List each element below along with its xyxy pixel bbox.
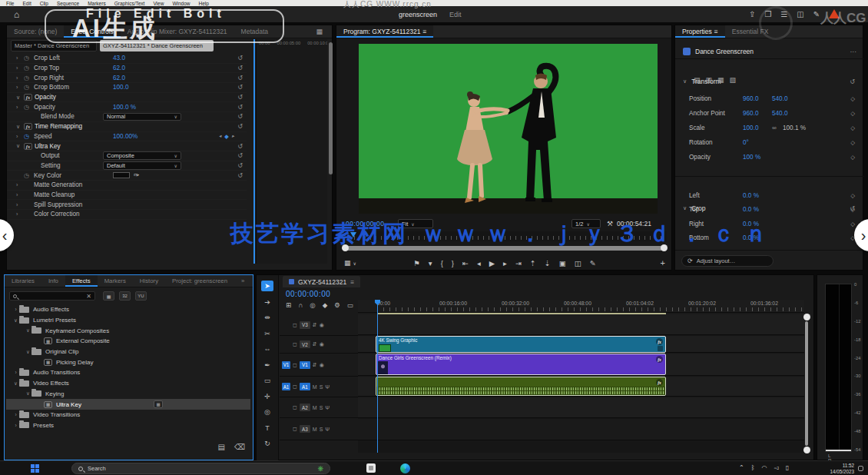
reset-icon[interactable]: ↺ xyxy=(237,123,243,130)
track-lane-a2[interactable] xyxy=(358,397,804,418)
razor-tool[interactable]: ✂ xyxy=(261,328,273,339)
timeline-settings-icon[interactable]: ⚙ xyxy=(334,301,340,309)
taskbar-clock[interactable]: 11:52 14/05/2023 xyxy=(814,463,854,474)
add-marker-icon[interactable]: ⚑ xyxy=(413,259,420,267)
property-value[interactable]: 62.0 xyxy=(113,65,125,71)
os-menu-item[interactable]: Window xyxy=(172,1,190,6)
reset-icon[interactable]: ↺ xyxy=(850,78,855,85)
panel-tab[interactable]: Project: greenscreen xyxy=(165,275,234,287)
os-menu-item[interactable]: View xyxy=(153,1,164,6)
align-left-icon[interactable]: ▤ xyxy=(694,76,701,84)
clip-v2-graphic[interactable]: 4K Swing Graphic fx xyxy=(376,336,666,353)
twirl-icon[interactable]: ∨ xyxy=(683,78,687,85)
effect-row[interactable]: › ◷ fx Crop Top 62.0 62.0∨ ✑ ◂◆▸ ↺ xyxy=(7,64,247,74)
solo-button[interactable]: S xyxy=(320,384,323,390)
volume-icon[interactable]: ◅ xyxy=(774,464,779,471)
nest-toggle-icon[interactable]: ⊞ xyxy=(286,301,291,309)
property-value-2[interactable]: 100.1 % xyxy=(783,125,813,131)
track-target-button[interactable]: V1 xyxy=(300,361,310,369)
rotate-tool[interactable]: ↻ xyxy=(261,438,273,449)
tree-row[interactable]: › ▦ Video Transitions ▦ xyxy=(6,410,250,420)
track-lock-icon[interactable]: ◻ xyxy=(293,322,297,328)
tree-row[interactable]: ∨ ▦ Video Effects ▦ xyxy=(6,378,250,389)
twirl-icon[interactable]: › xyxy=(16,211,24,217)
video-track-header[interactable]: ◻ V3 ⇵ ◉ xyxy=(280,314,358,336)
ripple-edit-tool[interactable]: ⇹ xyxy=(261,312,273,323)
solo-button[interactable]: S xyxy=(320,427,323,432)
mute-button[interactable]: M xyxy=(313,384,317,390)
play-icon[interactable]: ▶ xyxy=(489,259,495,267)
tree-row[interactable]: ▦ Picking Delay ▦ xyxy=(6,357,250,367)
twirl-icon[interactable]: › xyxy=(12,307,19,312)
tree-row[interactable]: › ▦ Audio Effects ▦ xyxy=(6,304,250,315)
progress-icon[interactable]: ◫ xyxy=(797,10,803,18)
timeline-playhead[interactable] xyxy=(377,300,378,453)
tray-expand-icon[interactable]: ⌃ xyxy=(739,464,744,471)
reset-icon[interactable]: ↺ xyxy=(237,104,243,111)
source-patch-button[interactable] xyxy=(282,340,290,348)
fx-badge[interactable]: fx xyxy=(656,338,663,345)
search-input[interactable] xyxy=(20,292,83,301)
keyframe-icon[interactable]: ◇ xyxy=(850,206,855,213)
panel-menu-icon[interactable]: ≡ xyxy=(350,278,354,286)
keyframe-icon[interactable]: ◇ xyxy=(850,125,855,131)
property-row[interactable]: Rotation 0° ∞ ◇ xyxy=(675,135,864,150)
video-track-header[interactable]: ◻ V2 ⇵ ◉ xyxy=(280,336,358,354)
panel-tab[interactable]: History xyxy=(133,275,165,287)
link-icon[interactable]: ∞ xyxy=(772,125,783,131)
panel-tab[interactable]: Libraries xyxy=(5,275,41,287)
twirl-icon[interactable]: › xyxy=(16,65,24,71)
workspace-tab-edit[interactable]: Edit xyxy=(449,11,462,18)
tree-row[interactable]: › ▦ Audio Transitions ▦ xyxy=(6,367,250,378)
voiceover-mic-icon[interactable]: Ψ xyxy=(325,427,330,432)
program-tab[interactable]: Program: GXYZ-54112321≡ xyxy=(336,25,433,38)
edge-browser-icon[interactable] xyxy=(400,463,410,473)
mute-button[interactable]: M xyxy=(313,427,317,432)
video-track-header[interactable]: V1 ◻ V1 ⇵ ◉ xyxy=(280,354,358,377)
tree-row[interactable]: ∨ ▦ Keyframed Composites ▦ xyxy=(6,325,250,336)
property-value[interactable]: 100.0 xyxy=(743,125,772,131)
effect-row[interactable]: ◷ fx Setting Default Default∨ ✑ ◂◆▸ ↺ xyxy=(7,161,247,171)
os-menu-item[interactable]: Edit xyxy=(22,1,31,6)
property-value[interactable]: 100 % xyxy=(743,154,772,161)
bit32-filter-icon[interactable]: 32 xyxy=(119,291,131,301)
track-target-button[interactable]: V3 xyxy=(300,321,310,329)
os-menu-item[interactable]: Clip xyxy=(40,1,48,6)
twirl-icon[interactable]: › xyxy=(16,75,24,81)
track-lock-icon[interactable]: ◻ xyxy=(293,362,297,368)
compare-view-icon[interactable]: ◫ xyxy=(575,259,581,267)
os-menu-item[interactable]: Markers xyxy=(88,1,105,6)
twirl-icon[interactable]: ∨ xyxy=(12,380,19,387)
keyframe-icon[interactable]: ◇ xyxy=(850,192,855,199)
panel-grid-icon[interactable]: ▦ xyxy=(316,28,323,35)
track-select-tool[interactable]: ➔ xyxy=(261,297,273,307)
eyedropper-icon[interactable]: ✑ xyxy=(134,171,140,179)
os-menu-item[interactable]: Help xyxy=(199,1,209,6)
effect-row[interactable]: › ◷ fx Matte Generation ∨ ✑ ◂◆▸ ↺ xyxy=(7,181,247,191)
effect-row[interactable]: › ◷ fx Color Correction ∨ ✑ ◂◆▸ ↺ xyxy=(7,210,247,220)
twirl-icon[interactable]: › xyxy=(16,192,24,198)
pen-tool[interactable]: ✒ xyxy=(261,360,273,370)
crop-row[interactable]: Top 0.0 % ◇ xyxy=(675,203,864,218)
effect-row[interactable]: ∨ ◷ fx Time Remapping ∨ ✑ ◂◆▸ ↺ xyxy=(7,122,247,132)
marker-menu-icon[interactable]: ▾ xyxy=(429,259,432,267)
notification-center-icon[interactable] xyxy=(858,466,863,471)
twirl-icon[interactable]: › xyxy=(16,202,24,208)
align-top-icon[interactable]: ▦ xyxy=(717,76,724,84)
effect-row[interactable]: › ◷ fx Matte Cleanup ∨ ✑ ◂◆▸ ↺ xyxy=(7,191,247,201)
color-swatch[interactable] xyxy=(113,172,130,178)
align-middle-icon[interactable]: ▧ xyxy=(730,76,737,84)
reset-icon[interactable]: ↺ xyxy=(237,143,243,150)
stopwatch-icon[interactable]: ◷ xyxy=(24,172,34,179)
voiceover-mic-icon[interactable]: Ψ xyxy=(325,384,330,390)
yuv-filter-icon[interactable]: YU xyxy=(135,291,147,301)
reset-icon[interactable]: ↺ xyxy=(237,65,243,71)
tree-row[interactable]: ▦ External Composite ▦ xyxy=(6,336,250,347)
dropdown[interactable]: Default∨ xyxy=(103,161,181,170)
chevron-down-icon[interactable]: ∨ xyxy=(353,261,356,266)
property-value[interactable]: 0.0 % xyxy=(743,192,759,199)
battery-icon[interactable]: ▯ xyxy=(786,464,789,471)
home-icon[interactable]: ⌂ xyxy=(14,9,19,20)
dropdown[interactable]: Composite∨ xyxy=(103,151,181,160)
accelerated-filter-icon[interactable]: ▦ xyxy=(103,291,114,301)
